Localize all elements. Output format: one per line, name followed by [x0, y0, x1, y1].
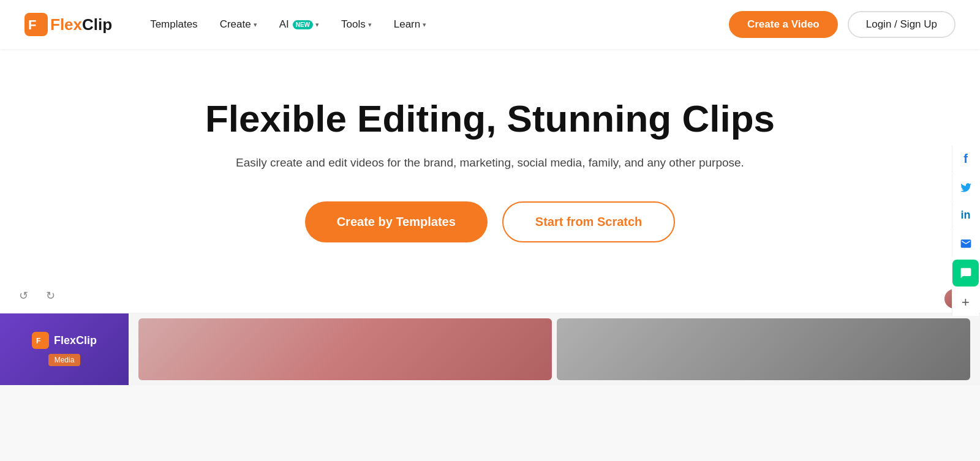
create-video-button[interactable]: Create a Video	[729, 11, 838, 38]
svg-text:F: F	[36, 337, 40, 345]
nav-create[interactable]: Create ▾	[211, 13, 266, 36]
chevron-down-icon-ai: ▾	[315, 21, 319, 29]
linkedin-share-button[interactable]: in	[952, 202, 979, 229]
twitter-share-button[interactable]	[952, 174, 979, 201]
facebook-share-button[interactable]: f	[952, 146, 979, 173]
chevron-down-icon: ▾	[254, 21, 257, 29]
create-by-templates-button[interactable]: Create by Templates	[305, 201, 488, 242]
logo[interactable]: F FlexClip	[24, 13, 112, 36]
hero-buttons: Create by Templates Start from Scratch	[24, 201, 956, 242]
editor-logo-icon: F	[32, 332, 49, 349]
video-thumbnail-2	[557, 318, 970, 380]
hero-section: Flexible Editing, Stunning Clips Easily …	[0, 49, 980, 279]
more-share-button[interactable]: +	[952, 289, 979, 316]
editor-content: F FlexClip Media	[0, 313, 980, 385]
editor-toolbar: ↺ ↻	[0, 279, 980, 313]
nav-right: Create a Video Login / Sign Up	[729, 11, 956, 38]
ai-new-badge: NEW	[293, 20, 313, 29]
chevron-down-icon-tools: ▾	[368, 21, 372, 29]
social-sidebar: f in +	[951, 146, 980, 316]
nav-learn[interactable]: Learn ▾	[385, 13, 435, 36]
editor-canvas	[129, 313, 980, 385]
undo-button[interactable]: ↺	[15, 287, 32, 304]
editor-media-label[interactable]: Media	[48, 354, 81, 366]
hero-title: Flexible Editing, Stunning Clips	[24, 98, 956, 140]
video-thumbnail-1	[138, 318, 552, 380]
editor-sidebar: F FlexClip Media	[0, 313, 129, 385]
chat-share-button[interactable]	[952, 260, 979, 287]
start-from-scratch-button[interactable]: Start from Scratch	[502, 201, 676, 242]
hero-subtitle: Easily create and edit videos for the br…	[24, 154, 956, 172]
editor-preview: ↺ ↻ F FlexClip Media	[0, 279, 980, 385]
navbar: F FlexClip Templates Create ▾ AI NEW ▾ T…	[0, 0, 980, 49]
svg-text:F: F	[28, 17, 36, 32]
redo-button[interactable]: ↻	[42, 287, 59, 304]
email-share-button[interactable]	[952, 230, 979, 257]
nav-ai[interactable]: AI NEW ▾	[271, 13, 328, 36]
nav-tools[interactable]: Tools ▾	[333, 13, 380, 36]
logo-text: FlexClip	[50, 15, 112, 34]
nav-links: Templates Create ▾ AI NEW ▾ Tools ▾ Lear…	[141, 13, 729, 36]
nav-templates[interactable]: Templates	[141, 13, 206, 36]
login-button[interactable]: Login / Sign Up	[848, 11, 956, 38]
chevron-down-icon-learn: ▾	[423, 21, 426, 29]
editor-logo-text: FlexClip	[54, 334, 97, 347]
